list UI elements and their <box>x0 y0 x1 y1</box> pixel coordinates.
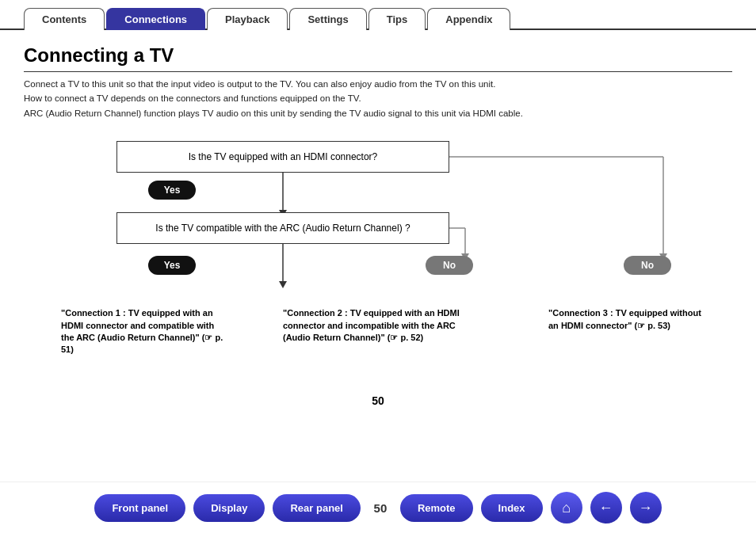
main-content: Connecting a TV Connect a TV to this uni… <box>0 30 756 418</box>
desc-line2: How to connect a TV depends on the conne… <box>24 93 361 103</box>
description: Connect a TV to this unit so that the in… <box>24 77 732 120</box>
result3-text: "Connection 3 : TV equipped without an H… <box>548 308 701 329</box>
tab-appendix[interactable]: Appendix <box>427 8 510 30</box>
no-badge-1: No <box>426 256 473 275</box>
svg-marker-6 <box>279 281 287 288</box>
flowchart: Is the TV equipped with an HDMI connecto… <box>37 133 719 394</box>
result2: "Connection 2 : TV equipped with an HDMI… <box>283 307 473 344</box>
tab-contents[interactable]: Contents <box>24 8 105 30</box>
back-button[interactable]: ← <box>590 492 622 523</box>
nav-tabs: Contents Connections Playback Settings T… <box>0 0 756 30</box>
forward-button[interactable]: → <box>630 492 662 523</box>
back-icon: ← <box>599 500 613 516</box>
result1-text: "Connection 1 : TV equipped with an HDMI… <box>61 308 223 354</box>
tab-tips[interactable]: Tips <box>368 8 426 30</box>
forward-icon: → <box>639 500 653 516</box>
result2-link[interactable]: ☞ p. 52 <box>390 333 420 342</box>
page-title: Connecting a TV <box>24 44 732 72</box>
bottom-nav: Front panel Display Rear panel 50 Remote… <box>0 482 756 533</box>
result1-link[interactable]: ☞ p. 51 <box>61 333 223 354</box>
question1-box: Is the TV equipped with an HDMI connecto… <box>116 141 449 173</box>
home-button[interactable]: ⌂ <box>551 492 582 523</box>
yes-badge-2: Yes <box>148 256 196 275</box>
question2-text: Is the TV compatible with the ARC (Audio… <box>155 223 410 234</box>
display-button[interactable]: Display <box>193 494 265 522</box>
remote-button[interactable]: Remote <box>400 494 473 522</box>
home-icon: ⌂ <box>562 500 571 516</box>
no-badge-2: No <box>624 256 671 275</box>
tab-settings[interactable]: Settings <box>289 8 366 30</box>
result2-text: "Connection 2 : TV equipped with an HDMI… <box>283 308 460 342</box>
question2-box: Is the TV compatible with the ARC (Audio… <box>116 212 449 244</box>
desc-line1: Connect a TV to this unit so that the in… <box>24 79 495 89</box>
result3-link[interactable]: ☞ p. 53 <box>637 321 667 330</box>
front-panel-button[interactable]: Front panel <box>94 494 185 522</box>
result3: "Connection 3 : TV equipped without an H… <box>548 307 707 332</box>
page-number-bottom: 50 <box>368 501 392 515</box>
question1-text: Is the TV equipped with an HDMI connecto… <box>189 151 378 162</box>
desc-line3: ARC (Audio Return Channel) function play… <box>24 109 523 118</box>
rear-panel-button[interactable]: Rear panel <box>273 494 360 522</box>
tab-connections[interactable]: Connections <box>106 8 205 30</box>
yes-badge-1: Yes <box>148 181 196 200</box>
index-button[interactable]: Index <box>481 494 543 522</box>
tab-playback[interactable]: Playback <box>207 8 288 30</box>
result1: "Connection 1 : TV equipped with an HDMI… <box>61 307 227 356</box>
page-number: 50 <box>24 394 732 407</box>
